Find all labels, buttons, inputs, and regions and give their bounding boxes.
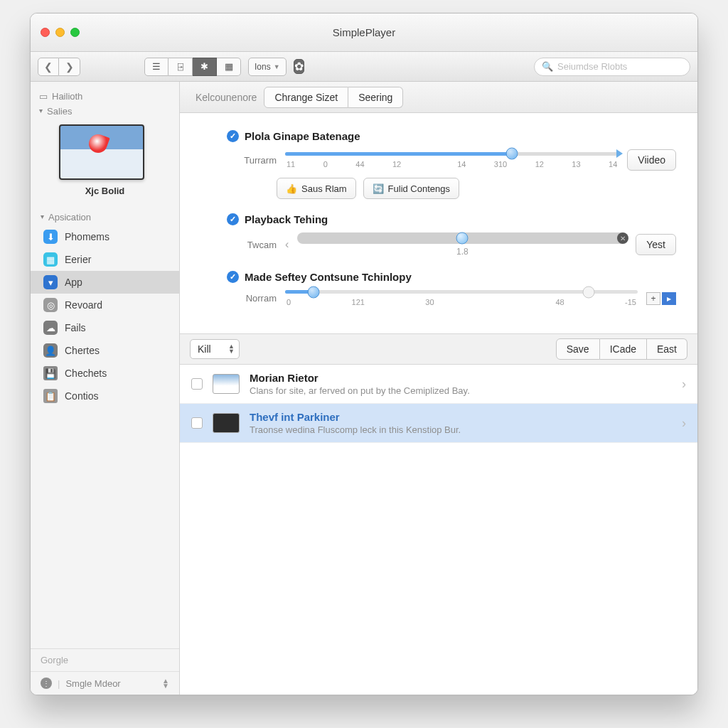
row-thumbnail: [213, 413, 240, 433]
options-icon: ⋮: [41, 678, 52, 689]
toolbar: ❮ ❯ ☰ ⍈ ✱ ▦ Ions ▼ ✿ 🔍: [31, 52, 697, 82]
chevron-right-icon: ›: [682, 416, 686, 431]
globe-icon: 🔄: [373, 183, 384, 194]
window-controls: [31, 28, 80, 37]
results-list: Morian Rietor Clans for site, ar ferved …: [180, 365, 697, 695]
close-icon[interactable]: [41, 28, 50, 37]
sidebar-item-chertes[interactable]: 👤 Chertes: [31, 339, 179, 362]
slider-label: Twcam: [230, 240, 277, 250]
sidebar-group-apps[interactable]: ▾ Apsication: [31, 208, 179, 225]
section-batenage: ✓ Plola Ginape Batenage Turrarm: [227, 130, 676, 199]
titlebar: SimplePlayer: [31, 14, 697, 52]
arrow-icon: [616, 149, 623, 158]
kill-select[interactable]: Kill ▲▼: [190, 339, 240, 359]
viewmode-label: Ions: [255, 62, 271, 72]
footer-popup[interactable]: ⋮ | Smgle Mdeor ▲▼: [31, 671, 179, 695]
stepper-plus[interactable]: +: [646, 292, 660, 305]
window-icon: ▭: [39, 91, 48, 102]
slider-knob-secondary[interactable]: [582, 286, 594, 298]
tab-seering[interactable]: Seering: [348, 87, 403, 108]
forward-button[interactable]: ❯: [59, 58, 80, 76]
icade-button[interactable]: ICade: [600, 338, 647, 360]
sidebar-item-label: Chechets: [65, 368, 107, 379]
viewmode-dropdown[interactable]: Ions ▼: [248, 58, 287, 76]
section-title: Made Seftey Contsune Tchinlopy: [245, 271, 412, 283]
play-icon: ▾: [43, 275, 58, 289]
sidebar-item-app[interactable]: ▾ App: [31, 271, 179, 294]
check-icon[interactable]: ✓: [227, 213, 239, 225]
thumbnail-caption: Xjc Bolid: [59, 186, 151, 196]
chevron-down-icon: ▾: [41, 213, 44, 220]
sidebar-item-label: Fails: [65, 322, 86, 333]
chevron-updown-icon: ▲▼: [228, 344, 235, 354]
yest-button[interactable]: Yest: [636, 234, 676, 255]
gear-icon: ✿: [294, 60, 304, 73]
view-grid-icon[interactable]: ▦: [217, 58, 241, 76]
fulid-contengs-button[interactable]: 🔄Fulid Contengs: [363, 178, 459, 199]
sidebar: ▭ Hailioth ▾ Salies Xjc Bolid ▾ Apsicati…: [31, 82, 180, 695]
row-checkbox[interactable]: [191, 378, 203, 390]
sidebar-group-sales[interactable]: ▾ Salies: [39, 104, 171, 119]
gear-button[interactable]: ✿: [294, 59, 304, 74]
list-row[interactable]: Thevf int Parkiner Traonse wedina Flusco…: [180, 404, 697, 443]
section-title: Playback Tehing: [245, 213, 328, 225]
sidebar-item-label: Contios: [65, 390, 98, 402]
disc-icon: ◎: [43, 298, 58, 312]
saus-rlam-button[interactable]: 👍Saus Rlam: [277, 178, 356, 199]
zoom-icon[interactable]: [70, 28, 80, 37]
row-subtitle: Clans for site, ar ferved on put by the …: [250, 385, 672, 396]
download-icon: ⬇: [43, 230, 58, 244]
breadcrumb: Kelcounenore: [188, 92, 264, 103]
row-checkbox[interactable]: [191, 417, 203, 429]
safety-slider[interactable]: 01213048-15: [285, 290, 638, 306]
batenage-slider[interactable]: 110441214310121314: [285, 152, 619, 168]
sidebar-item-eerier[interactable]: ▦ Eerier: [31, 248, 179, 271]
grid-icon: ▦: [43, 252, 58, 267]
close-icon[interactable]: ✕: [617, 232, 628, 244]
tab-change-size[interactable]: Chrange Sizet: [264, 87, 348, 108]
chevron-down-icon: ▾: [39, 107, 43, 114]
sidebar-item-phomems[interactable]: ⬇ Phomems: [31, 225, 179, 248]
sidebar-item-chechets[interactable]: 💾 Chechets: [31, 362, 179, 385]
check-icon[interactable]: ✓: [227, 130, 239, 142]
slider-value: 1.8: [297, 247, 627, 257]
search-field[interactable]: 🔍: [534, 58, 690, 76]
thumb-icon: 👍: [286, 183, 297, 194]
view-list-icon[interactable]: ☰: [144, 58, 168, 76]
list-row[interactable]: Morian Rietor Clans for site, ar ferved …: [180, 365, 697, 404]
slider-label: Norram: [230, 293, 277, 304]
view-segment: ☰ ⍈ ✱ ▦: [144, 58, 241, 76]
row-thumbnail: [213, 374, 240, 394]
value-stepper[interactable]: + ▸: [646, 292, 676, 305]
settings-panel: ✓ Plola Ginape Batenage Turrarm: [180, 113, 697, 333]
video-button[interactable]: Viideo: [627, 149, 676, 171]
list-toolbar: Kill ▲▼ Save ICade East: [180, 333, 697, 365]
east-button[interactable]: East: [647, 338, 687, 360]
view-columns-icon[interactable]: ⍈: [168, 58, 193, 76]
row-title: Thevf int Parkiner: [250, 411, 672, 423]
row-title: Morian Rietor: [250, 372, 672, 384]
action-segment: Save ICade East: [556, 338, 687, 360]
minimize-icon[interactable]: [55, 28, 65, 37]
slider-label: Turrarm: [230, 155, 277, 166]
view-gallery-icon[interactable]: ✱: [193, 58, 217, 76]
stepper-action-icon[interactable]: ▸: [662, 292, 676, 305]
sidebar-item-label: Eerier: [65, 254, 91, 265]
sidebar-item-fails[interactable]: ☁ Fails: [31, 316, 179, 339]
sidebar-item-contios[interactable]: 📋 Contios: [31, 385, 179, 407]
sidebar-item-label: Revoard: [65, 299, 102, 311]
preview-thumbnail[interactable]: Xjc Bolid: [39, 119, 171, 199]
nav-buttons: ❮ ❯: [38, 58, 80, 76]
sidebar-item-revoard[interactable]: ◎ Revoard: [31, 294, 179, 316]
slider-knob[interactable]: [456, 232, 469, 245]
slider-knob[interactable]: [307, 286, 319, 298]
cloud-icon: ☁: [43, 321, 58, 335]
playback-slider[interactable]: ✕ 1.8: [297, 232, 627, 257]
search-input[interactable]: [557, 61, 682, 72]
save-button[interactable]: Save: [556, 338, 600, 360]
chevron-down-icon: ▼: [274, 63, 280, 70]
back-button[interactable]: ❮: [38, 58, 59, 76]
chevron-left-icon[interactable]: ‹: [285, 238, 289, 251]
check-icon[interactable]: ✓: [227, 271, 239, 283]
slider-knob[interactable]: [506, 148, 518, 160]
